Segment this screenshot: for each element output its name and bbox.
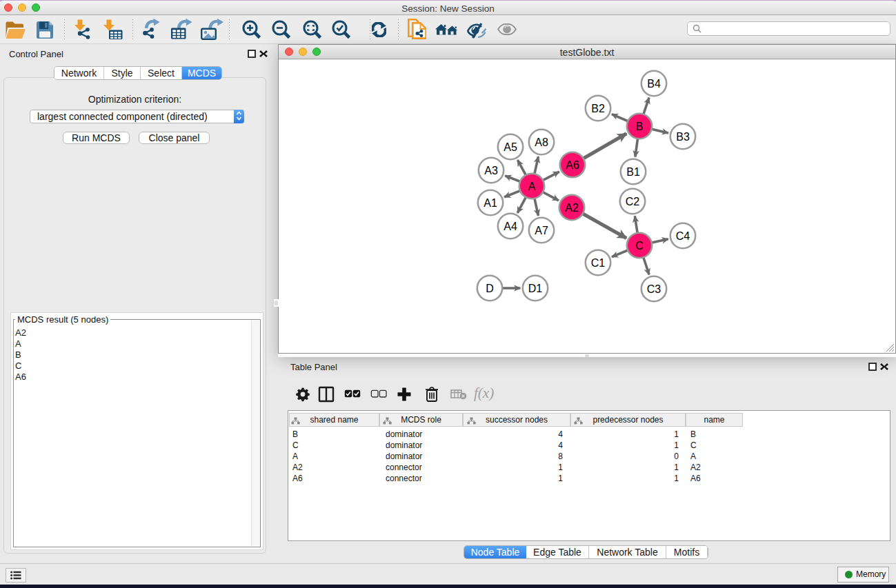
svg-text:A2: A2 — [565, 202, 579, 214]
svg-text:A4: A4 — [504, 221, 517, 232]
svg-text:A7: A7 — [535, 225, 548, 236]
svg-text:C: C — [635, 240, 644, 252]
svg-text:B4: B4 — [647, 78, 661, 90]
svg-text:C3: C3 — [647, 283, 661, 295]
svg-text:A6: A6 — [566, 159, 579, 171]
svg-text:C2: C2 — [626, 196, 640, 207]
svg-text:B: B — [636, 121, 644, 132]
svg-text:B2: B2 — [591, 103, 605, 114]
svg-text:A8: A8 — [535, 136, 548, 148]
svg-text:B1: B1 — [626, 166, 640, 178]
svg-text:D1: D1 — [528, 283, 543, 294]
svg-text:A: A — [528, 181, 536, 192]
svg-text:D: D — [486, 283, 494, 294]
svg-text:A3: A3 — [484, 165, 498, 176]
svg-text:A5: A5 — [504, 141, 517, 153]
svg-text:A1: A1 — [484, 197, 497, 209]
svg-text:B3: B3 — [676, 131, 690, 143]
svg-text:C4: C4 — [676, 230, 690, 242]
svg-text:C1: C1 — [591, 257, 606, 269]
